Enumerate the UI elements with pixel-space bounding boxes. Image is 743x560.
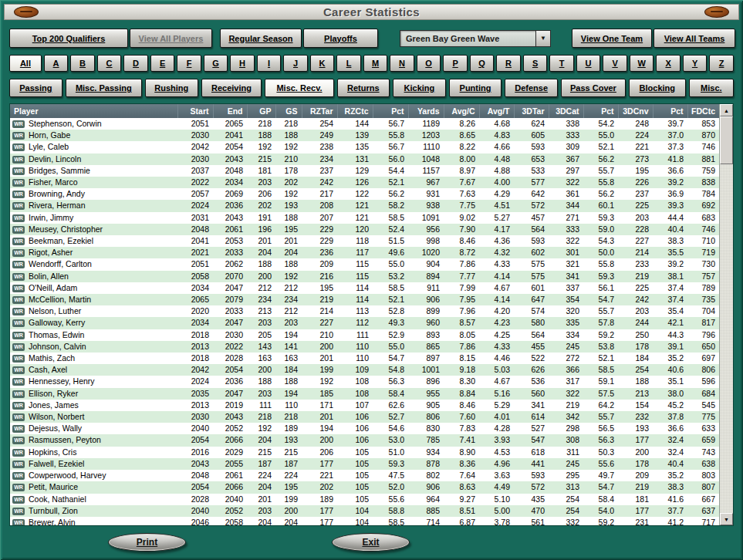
alphabet-button-s[interactable]: S <box>523 55 548 72</box>
player-row[interactable]: WRBridges, Sammie2037204818117823712954.… <box>10 165 719 177</box>
view-all-players-button[interactable]: View All Players <box>130 29 212 48</box>
alphabet-button-w[interactable]: W <box>630 55 654 72</box>
alphabet-button-e[interactable]: E <box>150 55 175 72</box>
alphabet-button-h[interactable]: H <box>230 55 255 72</box>
player-row[interactable]: WRHennessey, Henry2024203618818819210856… <box>10 376 719 387</box>
scroll-down-button[interactable]: ▼ <box>720 513 733 525</box>
tab-misc-recv[interactable]: Misc. Recv. <box>265 79 333 97</box>
alphabet-button-r[interactable]: R <box>496 55 521 72</box>
alphabet-button-v[interactable]: V <box>603 55 627 72</box>
column-header-start[interactable]: Start <box>177 104 213 118</box>
column-header-pct[interactable]: Pct <box>653 104 687 118</box>
player-row[interactable]: WRCowperwood, Harvey20482061224224221105… <box>10 470 719 481</box>
player-row[interactable]: WRO'Neill, Adam2034204721221219511458.59… <box>10 282 719 294</box>
alphabet-button-c[interactable]: C <box>97 55 122 72</box>
alphabet-button-t[interactable]: T <box>549 55 574 72</box>
column-header-pct[interactable]: Pct <box>373 104 408 118</box>
player-row[interactable]: WRRasmussen, Peyton205420662041932001065… <box>10 434 719 446</box>
playoffs-button[interactable]: Playoffs <box>303 29 378 48</box>
player-row[interactable]: WRFisher, Marco2022203420320224212652.19… <box>10 177 719 188</box>
column-header-rztar[interactable]: RZTar <box>302 104 337 118</box>
column-header-avg-c[interactable]: Avg/C <box>444 104 479 118</box>
player-row[interactable]: WRWilson, Norbert2030204321821820110652.… <box>10 411 719 423</box>
player-row[interactable]: WRThomas, Edwin2018203020519421011152.98… <box>10 329 719 341</box>
alphabet-button-d[interactable]: D <box>123 55 148 72</box>
player-row[interactable]: WRIrwin, Jimmy2031204319118820712158.510… <box>10 212 719 224</box>
tab-receiving[interactable]: Receiving <box>201 79 262 97</box>
column-header-yards[interactable]: Yards <box>408 104 444 118</box>
team-select[interactable]: Green Bay Green Wave ▼ <box>400 30 551 47</box>
alphabet-button-k[interactable]: K <box>310 55 335 72</box>
player-row[interactable]: WRPetit, Maurice2054206620419520210552.0… <box>10 481 719 493</box>
tab-rushing[interactable]: Rushing <box>145 79 198 97</box>
alphabet-button-l[interactable]: L <box>336 55 361 72</box>
alphabet-button-g[interactable]: G <box>204 55 228 72</box>
column-header-gs[interactable]: GS <box>275 104 302 118</box>
alphabet-button-x[interactable]: X <box>656 55 681 72</box>
player-row[interactable]: WRRigot, Asher2021203320420423611749.610… <box>10 247 719 258</box>
print-button[interactable]: Print <box>108 533 186 552</box>
alphabet-button-f[interactable]: F <box>177 55 201 72</box>
alphabet-button-b[interactable]: B <box>70 55 95 72</box>
column-header-gp[interactable]: GP <box>247 104 275 118</box>
tab-blocking[interactable]: Blocking <box>629 79 686 97</box>
tab-defense[interactable]: Defense <box>505 79 558 97</box>
tab-kicking[interactable]: Kicking <box>393 79 446 97</box>
player-row[interactable]: WRJohnson, Calvin2013202214314120011055.… <box>10 341 719 353</box>
tab-returns[interactable]: Returns <box>337 79 390 97</box>
view-one-team-button[interactable]: View One Team <box>572 29 652 48</box>
alphabet-button-j[interactable]: J <box>283 55 308 72</box>
alphabet-button-i[interactable]: I <box>257 55 282 72</box>
alphabet-button-u[interactable]: U <box>576 55 601 72</box>
player-row[interactable]: WRDejesus, Wally2040205219218919410654.6… <box>10 423 719 434</box>
tab-passing[interactable]: Passing <box>9 79 62 97</box>
alphabet-button-z[interactable]: Z <box>709 55 734 72</box>
player-row[interactable]: WRBolin, Allen2058207020019221611553.289… <box>10 271 719 282</box>
alphabet-button-a[interactable]: A <box>44 55 69 72</box>
alphabet-button-n[interactable]: N <box>390 55 414 72</box>
top-200-qualifiers-button[interactable]: Top 200 Qualifiers <box>9 29 128 48</box>
column-header-pct[interactable]: Pct <box>583 104 618 118</box>
vertical-scrollbar[interactable]: ▲ ▼ <box>719 104 733 525</box>
exit-button[interactable]: Exit <box>332 533 410 552</box>
alphabet-button-q[interactable]: Q <box>470 55 495 72</box>
alphabet-button-all[interactable]: All <box>9 55 42 72</box>
alphabet-button-y[interactable]: Y <box>683 55 708 72</box>
regular-season-button[interactable]: Regular Season <box>220 29 302 48</box>
player-row[interactable]: WRFalwell, Ezekiel2043205518718717710559… <box>10 458 719 470</box>
column-header-fdctc[interactable]: FDCtc <box>687 104 719 118</box>
player-row[interactable]: WRGalloway, Kerry2034204720320322711249.… <box>10 317 719 329</box>
player-row[interactable]: WRJones, James2013201911111017110762.690… <box>10 400 719 411</box>
view-all-teams-button[interactable]: View All Teams <box>654 29 735 48</box>
player-row[interactable]: WRWendorff, Carlton205120621881882091155… <box>10 258 719 270</box>
player-row[interactable]: WRHopkins, Cris2016202921521520610551.09… <box>10 447 719 458</box>
column-header-3dtar[interactable]: 3DTar <box>514 104 549 118</box>
player-row[interactable]: WRBrewer, Alvin2046205820420417710458.57… <box>10 517 719 525</box>
scrollbar-thumb[interactable] <box>720 116 733 164</box>
player-row[interactable]: WRBrowning, Andy2057206920619221712256.2… <box>10 188 719 200</box>
player-row[interactable]: WRMeusey, Christopher2048206119619522912… <box>10 224 719 235</box>
alphabet-button-o[interactable]: O <box>417 55 441 72</box>
team-select-dropdown-button[interactable]: ▼ <box>535 31 550 46</box>
tab-punting[interactable]: Punting <box>449 79 502 97</box>
column-header-3dcat[interactable]: 3DCat <box>549 104 583 118</box>
column-header-avg-t[interactable]: Avg/T <box>479 104 514 118</box>
tab-misc[interactable]: Misc. <box>689 79 734 97</box>
column-header-rzctc[interactable]: RZCtc <box>337 104 373 118</box>
player-row[interactable]: WRCook, Nathaniel2028204020119918910555.… <box>10 494 719 505</box>
player-row[interactable]: WRMcCellion, Martin206520792342342191145… <box>10 294 719 305</box>
player-row[interactable]: WRBeekman, Ezekiel2041205320120122911851… <box>10 235 719 247</box>
column-header-player[interactable]: Player <box>10 104 177 118</box>
player-row[interactable]: WRMathis, Zach2018202816316320111054.789… <box>10 353 719 364</box>
player-row[interactable]: WRCash, Axel2042205420018419910954.81001… <box>10 364 719 376</box>
alphabet-button-p[interactable]: P <box>443 55 468 72</box>
player-row[interactable]: WREllison, Ryker2035204720319418510858.4… <box>10 388 719 400</box>
player-row[interactable]: WRDevlin, Lincoln2030204321521023413156.… <box>10 153 719 165</box>
scroll-up-button[interactable]: ▲ <box>720 104 733 116</box>
alphabet-button-m[interactable]: M <box>363 55 388 72</box>
player-row[interactable]: WRTurnbull, Zion2040205220320017710458.8… <box>10 505 719 517</box>
column-header-3dcnv[interactable]: 3DCnv <box>618 104 653 118</box>
player-row[interactable]: WRLyle, Caleb2042205419219223813556.7111… <box>10 141 719 153</box>
player-row[interactable]: WRStephenson, Corwin20512065218218254144… <box>10 118 719 130</box>
player-row[interactable]: WRNelson, Luther2020203321321221411352.8… <box>10 305 719 317</box>
